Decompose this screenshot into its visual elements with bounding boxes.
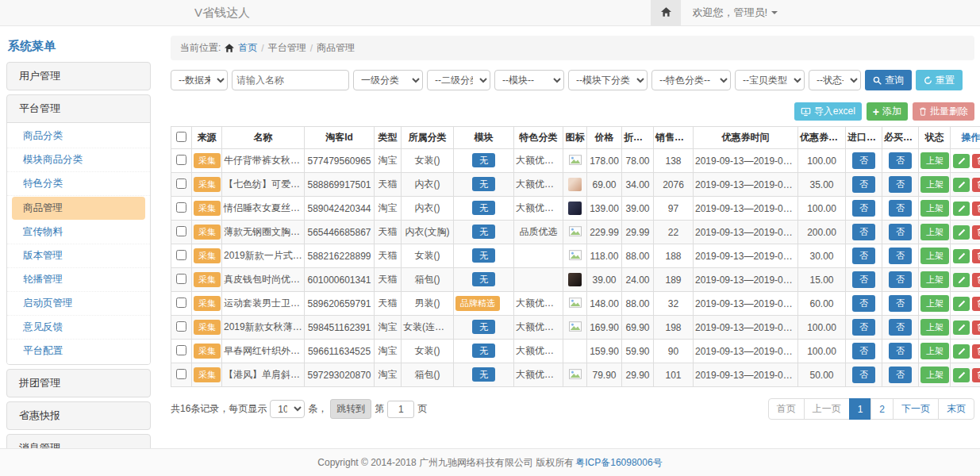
delete-button[interactable]: [972, 249, 980, 263]
edit-button[interactable]: [953, 249, 970, 263]
page-number-input[interactable]: [387, 401, 414, 418]
import-select-toggle[interactable]: 否: [852, 319, 875, 336]
edit-button[interactable]: [953, 202, 970, 216]
delete-button[interactable]: [972, 368, 980, 382]
import-select-toggle[interactable]: 否: [852, 152, 875, 169]
import-select-toggle[interactable]: 否: [852, 200, 875, 217]
edit-button[interactable]: [953, 344, 970, 359]
level1-category-select[interactable]: 一级分类: [353, 70, 423, 90]
status-button[interactable]: 上架: [920, 367, 949, 383]
row-checkbox[interactable]: [176, 369, 186, 379]
batch-delete-button[interactable]: 批量删除: [913, 102, 974, 121]
row-checkbox[interactable]: [176, 155, 186, 165]
user-menu[interactable]: 欢迎您，管理员!: [692, 6, 778, 20]
sidebar-subitem-2[interactable]: 特色分类: [7, 172, 150, 196]
status-button[interactable]: 上架: [920, 319, 949, 336]
page-button-5[interactable]: 末页: [938, 398, 974, 420]
delete-button[interactable]: [972, 225, 980, 240]
import-excel-button[interactable]: 导入excel: [794, 102, 862, 121]
row-checkbox[interactable]: [176, 298, 186, 308]
must-buy-toggle[interactable]: 否: [889, 319, 912, 336]
sidebar-subitem-0[interactable]: 商品分类: [7, 125, 150, 148]
edit-button[interactable]: [953, 321, 970, 335]
add-button[interactable]: + 添加: [867, 102, 908, 121]
row-checkbox[interactable]: [176, 345, 186, 355]
row-checkbox[interactable]: [176, 321, 186, 332]
row-checkbox[interactable]: [176, 274, 186, 284]
select-all-checkbox[interactable]: [176, 132, 186, 142]
delete-button[interactable]: [972, 297, 980, 311]
sidebar-item-0[interactable]: 用户管理: [7, 63, 150, 90]
must-buy-toggle[interactable]: 否: [889, 200, 912, 217]
feature-category-select[interactable]: --特色分类--: [651, 70, 731, 90]
page-button-2[interactable]: 1: [849, 398, 872, 420]
status-select[interactable]: --状态--: [809, 70, 861, 90]
sidebar-subitem-3[interactable]: 商品管理: [12, 197, 145, 220]
import-select-toggle[interactable]: 否: [852, 295, 875, 312]
edit-button[interactable]: [953, 225, 970, 240]
icp-link[interactable]: 粤ICP备16098006号: [575, 456, 662, 470]
status-button[interactable]: 上架: [920, 200, 949, 217]
edit-button[interactable]: [953, 368, 970, 382]
delete-button[interactable]: [972, 273, 980, 287]
name-search-input[interactable]: [232, 70, 349, 90]
sidebar-subitem-4[interactable]: 宣传物料: [7, 221, 150, 244]
import-select-toggle[interactable]: 否: [852, 176, 875, 193]
sidebar-subitem-8[interactable]: 意见反馈: [7, 316, 150, 340]
search-button[interactable]: 查询: [865, 70, 912, 90]
sidebar-subitem-5[interactable]: 版本管理: [7, 244, 150, 268]
home-button[interactable]: [651, 0, 681, 25]
row-checkbox[interactable]: [176, 178, 186, 189]
breadcrumb-home-link[interactable]: 首页: [238, 41, 257, 55]
status-button[interactable]: 上架: [920, 295, 949, 312]
sidebar-item-3[interactable]: 省惠快报: [7, 402, 150, 429]
edit-button[interactable]: [953, 273, 970, 287]
per-page-select[interactable]: 10: [270, 400, 305, 418]
delete-button[interactable]: [972, 178, 980, 192]
module-select[interactable]: --模块--: [494, 70, 564, 90]
sidebar-subitem-6[interactable]: 轮播管理: [7, 268, 150, 292]
must-buy-toggle[interactable]: 否: [889, 343, 912, 359]
sidebar-item-1[interactable]: 平台管理: [7, 95, 150, 122]
delete-button[interactable]: [972, 344, 980, 359]
sidebar-subitem-7[interactable]: 启动页管理: [7, 292, 150, 316]
must-buy-toggle[interactable]: 否: [889, 367, 912, 383]
module-subcategory-select[interactable]: --模块下分类--: [568, 70, 648, 90]
status-button[interactable]: 上架: [920, 224, 949, 240]
row-checkbox[interactable]: [176, 226, 186, 236]
import-select-toggle[interactable]: 否: [852, 343, 875, 359]
page-button-3[interactable]: 2: [870, 398, 894, 420]
status-button[interactable]: 上架: [920, 176, 949, 193]
row-checkbox[interactable]: [176, 250, 186, 260]
item-type-select[interactable]: --宝贝类型--: [735, 70, 805, 90]
level2-category-select[interactable]: --二级分类--: [427, 70, 490, 90]
sidebar-subitem-9[interactable]: 平台配置: [7, 340, 150, 363]
status-button[interactable]: 上架: [920, 248, 949, 264]
jump-to-button[interactable]: 跳转到: [330, 399, 371, 419]
must-buy-toggle[interactable]: 否: [889, 248, 912, 264]
must-buy-toggle[interactable]: 否: [889, 176, 912, 193]
source-filter-select[interactable]: --数据来源--: [171, 70, 228, 90]
edit-button[interactable]: [953, 154, 970, 168]
delete-button[interactable]: [972, 154, 980, 168]
import-select-toggle[interactable]: 否: [852, 367, 875, 383]
import-select-toggle[interactable]: 否: [852, 248, 875, 264]
sidebar-subitem-1[interactable]: 模块商品分类: [7, 148, 150, 172]
status-button[interactable]: 上架: [920, 152, 949, 169]
must-buy-toggle[interactable]: 否: [889, 224, 912, 240]
edit-button[interactable]: [953, 178, 970, 192]
import-select-toggle[interactable]: 否: [852, 271, 875, 288]
delete-button[interactable]: [972, 202, 980, 216]
must-buy-toggle[interactable]: 否: [889, 271, 912, 288]
import-select-toggle[interactable]: 否: [852, 224, 875, 240]
sidebar-item-2[interactable]: 拼团管理: [7, 370, 150, 397]
must-buy-toggle[interactable]: 否: [889, 295, 912, 312]
page-button-1[interactable]: 上一页: [804, 398, 850, 420]
must-buy-toggle[interactable]: 否: [889, 152, 912, 169]
status-button[interactable]: 上架: [920, 343, 949, 359]
edit-button[interactable]: [953, 297, 970, 311]
status-button[interactable]: 上架: [920, 271, 949, 288]
row-checkbox[interactable]: [176, 202, 186, 213]
page-button-4[interactable]: 下一页: [893, 398, 939, 420]
reset-button[interactable]: 重置: [916, 70, 963, 90]
